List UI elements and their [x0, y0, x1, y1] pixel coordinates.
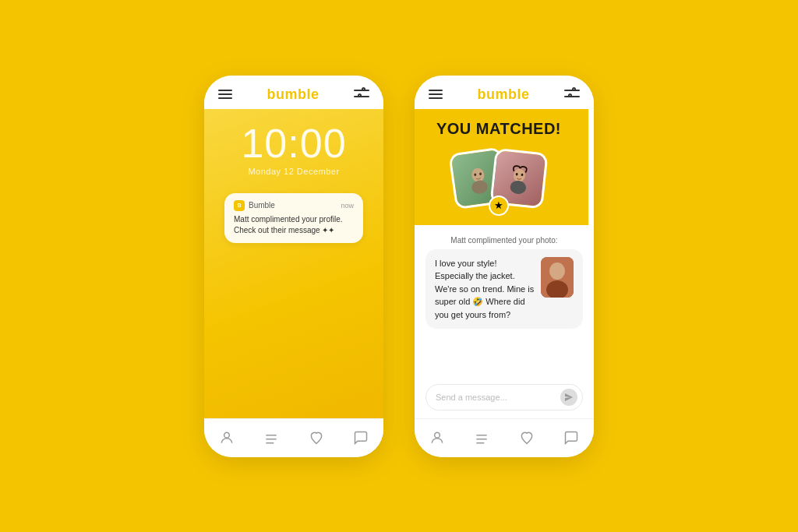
notif-app-icon: B: [234, 200, 245, 211]
match-photos: ★: [420, 147, 577, 211]
phone2-header: bumble: [415, 76, 594, 109]
svg-point-5: [471, 179, 489, 195]
filter-icon-2[interactable]: [564, 88, 580, 100]
filter-icon[interactable]: [354, 88, 369, 100]
match-body: YOU MATCHED! ★: [415, 109, 594, 418]
app-title-1: bumble: [267, 86, 319, 103]
svg-point-13: [549, 262, 565, 280]
phone-lockscreen: bumble 10:00 Monday 12 December B Bumble…: [204, 76, 383, 457]
phone2-nav: [415, 418, 594, 457]
bubble-text: I love your style! Especially the jacket…: [435, 257, 535, 322]
nav2-messages-icon[interactable]: [563, 429, 580, 446]
bubble-photo-thumbnail: [541, 257, 574, 298]
menu-icon-2[interactable]: [429, 90, 443, 99]
phone1-header: bumble: [204, 76, 383, 109]
notif-app-name: Bumble: [249, 201, 275, 210]
nav-matches-icon[interactable]: [263, 429, 280, 446]
message-input-row: Send a message...: [425, 376, 583, 410]
notif-top: B Bumble now: [234, 200, 354, 211]
svg-point-0: [224, 432, 229, 438]
compliment-label: Matt complimented your photo:: [450, 236, 557, 245]
notif-app-row: B Bumble: [234, 200, 275, 211]
svg-point-8: [513, 167, 526, 182]
phone1-nav: [204, 418, 383, 457]
menu-icon[interactable]: [218, 90, 232, 99]
lock-date: Monday 12 December: [248, 167, 339, 176]
notif-text: Matt complimented your profile. Check ou…: [234, 214, 354, 236]
nav2-matches-icon[interactable]: [473, 429, 490, 446]
match-title: YOU MATCHED!: [420, 120, 577, 138]
svg-point-4: [471, 167, 485, 182]
notif-time: now: [341, 202, 354, 210]
nav-likes-icon[interactable]: [308, 429, 325, 446]
phone-match: bumble YOU MATCHED!: [415, 76, 594, 457]
nav-profile-icon[interactable]: [218, 429, 235, 446]
message-bubble: I love your style! Especially the jacket…: [425, 249, 583, 329]
svg-point-15: [434, 432, 440, 438]
lockscreen-body: 10:00 Monday 12 December B Bumble now Ma…: [204, 109, 383, 418]
nav-messages-icon[interactable]: [352, 429, 369, 446]
nav2-likes-icon[interactable]: [518, 429, 535, 446]
app-title-2: bumble: [477, 86, 529, 103]
message-input-placeholder: Send a message...: [436, 393, 554, 402]
notification-card[interactable]: B Bumble now Matt complimented your prof…: [224, 193, 363, 243]
match-banner: YOU MATCHED! ★: [415, 109, 588, 225]
nav2-profile-icon[interactable]: [429, 429, 446, 446]
match-star-icon: ★: [489, 196, 509, 216]
svg-point-9: [510, 179, 527, 194]
message-input-container[interactable]: Send a message...: [425, 384, 583, 410]
lock-time: 10:00: [241, 123, 346, 164]
send-button[interactable]: [560, 389, 577, 406]
